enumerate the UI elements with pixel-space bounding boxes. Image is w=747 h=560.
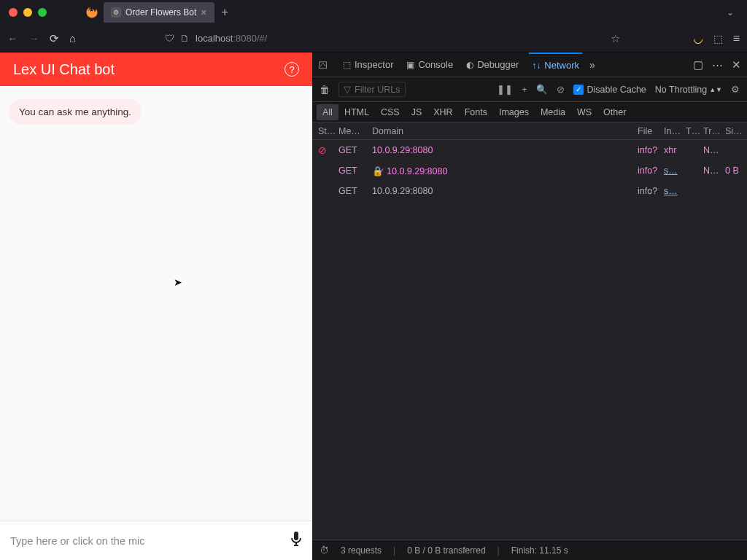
traffic-lights bbox=[9, 8, 47, 17]
tab-close-icon[interactable]: × bbox=[201, 7, 206, 18]
tabs-dropdown-icon[interactable]: ⌄ bbox=[727, 7, 738, 18]
filter-fonts[interactable]: Fonts bbox=[459, 104, 493, 120]
pocket-icon[interactable]: ◡ bbox=[693, 31, 703, 45]
secure-strike-icon: 🔒̷ bbox=[372, 166, 384, 176]
shield-icon[interactable]: 🛡 bbox=[165, 33, 174, 44]
funnel-icon: ▽ bbox=[344, 84, 351, 95]
filter-urls-input[interactable]: ▽Filter URLs bbox=[338, 82, 406, 97]
filter-html[interactable]: HTML bbox=[338, 104, 375, 120]
tab-console[interactable]: ▣Console bbox=[403, 52, 456, 77]
url-bar-row: ← → ⟳ ⌂ 🛡 🗋 localhost:8080/#/ ☆ ◡ ⬚ ≡ bbox=[0, 25, 747, 52]
network-filter-row: All HTML CSS JS XHR Fonts Images Media W… bbox=[312, 102, 747, 122]
tab-debugger[interactable]: ◐Debugger bbox=[463, 52, 522, 77]
status-requests: 3 requests bbox=[341, 545, 382, 556]
col-initiator[interactable]: In… bbox=[664, 126, 686, 136]
col-file[interactable]: File bbox=[638, 126, 664, 136]
chat-header: Lex UI Chat bot ? bbox=[0, 52, 312, 86]
network-icon: ↑↓ bbox=[532, 61, 541, 71]
tab-network[interactable]: ↑↓Network bbox=[529, 52, 582, 77]
main-content: Lex UI Chat bot ? You can ask me anythin… bbox=[0, 52, 747, 560]
extensions-icon[interactable]: ⬚ bbox=[713, 33, 723, 44]
table-row[interactable]: ⊘ GET 10.0.9.29:8080 info? xhr N… bbox=[312, 140, 747, 160]
debugger-icon: ◐ bbox=[466, 60, 473, 70]
search-icon[interactable]: 🔍 bbox=[536, 84, 548, 95]
devtools-close-icon[interactable]: ✕ bbox=[732, 58, 741, 71]
pick-element-icon[interactable]: ⮹ bbox=[318, 59, 328, 71]
network-toolbar: 🗑 ▽Filter URLs ❚❚ + 🔍 ⊘ ✓Disable Cache N… bbox=[312, 77, 747, 102]
filter-media[interactable]: Media bbox=[535, 104, 571, 120]
back-button[interactable]: ← bbox=[7, 32, 18, 44]
new-tab-button[interactable]: + bbox=[216, 3, 234, 22]
status-transferred: 0 B / 0 B transferred bbox=[407, 545, 485, 556]
devtools-pane: ⮹ ⬚Inspector ▣Console ◐Debugger ↑↓Networ… bbox=[312, 52, 747, 560]
throttling-select[interactable]: No Throttling▲▼ bbox=[655, 85, 722, 95]
url-text: localhost:8080/#/ bbox=[196, 33, 267, 44]
network-status-bar: ⏱ 3 requests | 0 B / 0 B transferred | F… bbox=[312, 540, 747, 560]
table-row[interactable]: GET 🔒̷10.0.9.29:8080 info? s… N… 0 B bbox=[312, 160, 747, 181]
stopwatch-icon[interactable]: ⏱ bbox=[320, 545, 329, 556]
network-table: Stat… Me… Domain File In… T… Tr… Si… ⊘ G… bbox=[312, 122, 747, 540]
responsive-mode-icon[interactable]: ▢ bbox=[693, 58, 703, 71]
col-type[interactable]: T… bbox=[686, 126, 703, 136]
add-icon[interactable]: + bbox=[522, 85, 527, 95]
filter-xhr[interactable]: XHR bbox=[427, 104, 458, 120]
bookmark-star-icon[interactable]: ☆ bbox=[611, 32, 620, 45]
col-transferred[interactable]: Tr… bbox=[703, 126, 725, 136]
tab-inspector[interactable]: ⬚Inspector bbox=[340, 52, 396, 77]
insecure-icon[interactable]: 🗋 bbox=[180, 33, 190, 44]
chat-input-row bbox=[0, 521, 312, 560]
dropdown-icon: ▲▼ bbox=[709, 86, 722, 93]
firefox-icon bbox=[82, 2, 102, 23]
reload-button[interactable]: ⟳ bbox=[50, 32, 59, 45]
col-status[interactable]: Stat… bbox=[312, 126, 338, 136]
tab-title: Order Flowers Bot bbox=[125, 7, 196, 18]
bot-message: You can ask me anything. bbox=[9, 99, 142, 125]
gear-icon[interactable]: ⚙ bbox=[731, 84, 740, 95]
home-button[interactable]: ⌂ bbox=[69, 32, 76, 44]
disable-cache-toggle[interactable]: ✓Disable Cache bbox=[573, 85, 646, 95]
filter-js[interactable]: JS bbox=[406, 104, 428, 120]
block-icon[interactable]: ⊘ bbox=[557, 84, 565, 95]
inspector-icon: ⬚ bbox=[343, 60, 351, 70]
chat-pane: Lex UI Chat bot ? You can ask me anythin… bbox=[0, 52, 312, 560]
filter-all[interactable]: All bbox=[317, 104, 338, 120]
col-method[interactable]: Me… bbox=[338, 126, 368, 136]
app-menu-icon[interactable]: ≡ bbox=[733, 32, 740, 45]
tab-strip: ⚙ Order Flowers Bot × + bbox=[82, 2, 234, 23]
toolbar-right: ◡ ⬚ ≡ bbox=[693, 31, 740, 45]
close-window-button[interactable] bbox=[9, 8, 18, 17]
col-domain[interactable]: Domain bbox=[368, 126, 638, 136]
devtools-tabs: ⮹ ⬚Inspector ▣Console ◐Debugger ↑↓Networ… bbox=[312, 52, 747, 77]
devtools-menu-icon[interactable]: ⋯ bbox=[712, 58, 723, 71]
maximize-window-button[interactable] bbox=[38, 8, 47, 17]
tabs-overflow-icon[interactable]: » bbox=[589, 59, 595, 71]
filter-ws[interactable]: WS bbox=[571, 104, 597, 120]
filter-images[interactable]: Images bbox=[493, 104, 535, 120]
console-icon: ▣ bbox=[406, 60, 414, 70]
blocked-icon: ⊘ bbox=[318, 144, 327, 156]
forward-button[interactable]: → bbox=[28, 32, 39, 44]
chat-body: You can ask me anything. bbox=[0, 86, 312, 521]
col-size[interactable]: Si… bbox=[725, 126, 747, 136]
filter-other[interactable]: Other bbox=[597, 104, 632, 120]
checkbox-checked-icon: ✓ bbox=[573, 85, 584, 95]
table-header: Stat… Me… Domain File In… T… Tr… Si… bbox=[312, 122, 747, 140]
tab-favicon-icon: ⚙ bbox=[111, 7, 121, 18]
filter-css[interactable]: CSS bbox=[375, 104, 406, 120]
pause-icon[interactable]: ❚❚ bbox=[497, 84, 513, 95]
window-chrome: ⚙ Order Flowers Bot × + ⌄ bbox=[0, 0, 747, 25]
minimize-window-button[interactable] bbox=[23, 8, 32, 17]
chat-input[interactable] bbox=[10, 535, 290, 547]
table-row[interactable]: GET 10.0.9.29:8080 info? s… bbox=[312, 181, 747, 201]
mic-icon[interactable] bbox=[290, 532, 302, 550]
status-finish: Finish: 11.15 s bbox=[511, 545, 568, 556]
address-bar[interactable]: 🛡 🗋 localhost:8080/#/ ☆ bbox=[159, 28, 626, 49]
clear-icon[interactable]: 🗑 bbox=[320, 84, 330, 96]
browser-tab[interactable]: ⚙ Order Flowers Bot × bbox=[104, 2, 214, 23]
chat-title: Lex UI Chat bot bbox=[13, 61, 115, 78]
help-icon[interactable]: ? bbox=[285, 62, 299, 77]
